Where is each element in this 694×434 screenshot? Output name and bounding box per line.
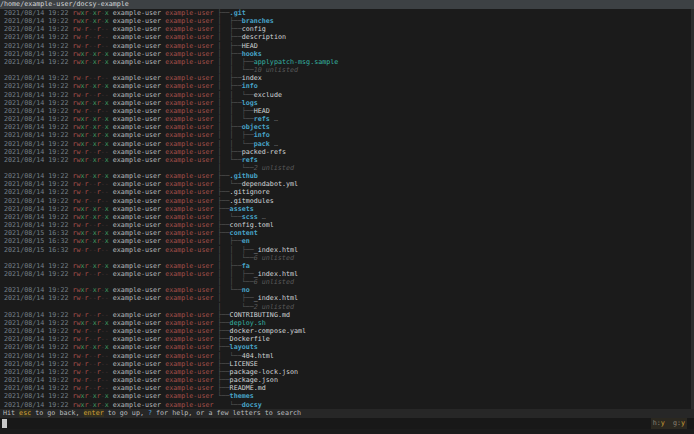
group: example-user — [165, 311, 213, 319]
owner: example-user — [113, 343, 161, 351]
tree-row[interactable]: 2021/08/14 19:22 rw-r--r-- example-user … — [0, 197, 694, 205]
entry-name: deploy.sh — [230, 319, 266, 327]
tree-branch: │ │ └── — [218, 115, 254, 123]
owner: example-user — [113, 17, 161, 25]
tree-row[interactable]: 2021/08/14 19:22 rwxr-xr-x example-user … — [0, 401, 694, 409]
owner: example-user — [113, 401, 161, 409]
tree-row[interactable]: 2021/08/14 19:22 rwxr-xr-x example-user … — [0, 262, 694, 270]
truncation-ellipsis: … — [270, 115, 278, 123]
input-cursor — [2, 419, 7, 428]
tree-branch: ├── — [218, 384, 230, 392]
tree-branch: ├── — [218, 9, 230, 17]
tree-row[interactable]: 2021/08/14 19:22 rw-r--r-- example-user … — [0, 360, 694, 368]
modified-date: 2021/08/14 19:22 — [0, 9, 72, 17]
owner: example-user — [113, 131, 161, 139]
tree-branch: │ │ └── — [218, 91, 254, 99]
tree-branch: ├── — [218, 229, 230, 237]
group: example-user — [165, 360, 213, 368]
tree-row[interactable]: 2021/08/14 19:22 rwxr-xr-x example-user … — [0, 156, 694, 164]
tree-row[interactable]: 2021/08/14 19:22 rw-r--r-- example-user … — [0, 180, 694, 188]
tree-row[interactable]: 2021/08/14 19:22 rwxr-xr-x example-user … — [0, 58, 694, 66]
tree-row[interactable]: 2021/08/14 19:22 rwxr-xr-x example-user … — [0, 17, 694, 25]
tree-row[interactable]: 2021/08/14 19:22 rw-r--r-- example-user … — [0, 42, 694, 50]
owner: example-user — [113, 58, 161, 66]
tree-row[interactable]: 2021/08/14 19:22 rwxr-xr-x example-user … — [0, 392, 694, 400]
tree-row[interactable]: │ │ └──6 unlisted — [0, 278, 694, 286]
tree-row[interactable]: 2021/08/14 19:22 rw-r--r-- example-user … — [0, 327, 694, 335]
tree-branch: └── — [218, 401, 242, 409]
tree-row[interactable]: 2021/08/14 19:22 rwxr-xr-x example-user … — [0, 9, 694, 17]
tree-row[interactable]: 2021/08/14 19:22 rwxr-xr-x example-user … — [0, 123, 694, 131]
tree-row[interactable]: 2021/08/14 19:22 rw-r--r-- example-user … — [0, 368, 694, 376]
search-input[interactable]: h:y g:y — [0, 418, 694, 429]
root-path-bar[interactable]: /home/example-user/docsy-example — [0, 0, 694, 9]
tree-row[interactable]: 2021/08/14 19:22 rw-r--r-- example-user … — [0, 25, 694, 33]
tree-row[interactable]: 2021/08/14 19:22 rwxr-xr-x example-user … — [0, 286, 694, 294]
tree-row[interactable]: 2021/08/14 19:22 rw-r--r-- example-user … — [0, 270, 694, 278]
modified-date: 2021/08/14 19:22 — [0, 270, 72, 278]
tree-row[interactable]: 2021/08/14 19:22 rw-r--r-- example-user … — [0, 294, 694, 302]
tree-row[interactable]: 2021/08/15 16:32 rwxr-xr-x example-user … — [0, 229, 694, 237]
status-bar: Hit esc to go back, enter to go up, ? fo… — [0, 409, 694, 418]
owner: example-user — [113, 335, 161, 343]
entry-name: .github — [230, 172, 258, 180]
tree-row[interactable]: 2021/08/15 16:32 rwxr-xr-x example-user … — [0, 237, 694, 245]
modified-date: 2021/08/14 19:22 — [0, 392, 72, 400]
tree-row[interactable]: 2021/08/14 19:22 rw-r--r-- example-user … — [0, 221, 694, 229]
tree-branch: │ │ └── — [217, 278, 253, 286]
tree-row[interactable]: 2021/08/14 19:22 rw-r--r-- example-user … — [0, 335, 694, 343]
tree-row[interactable]: 2021/08/14 19:22 rw-r--r-- example-user … — [0, 33, 694, 41]
modified-date: 2021/08/14 19:22 — [0, 286, 72, 294]
owner: example-user — [113, 286, 161, 294]
tree-row[interactable]: │ └──2 unlisted — [0, 303, 694, 311]
modified-date: 2021/08/14 19:22 — [0, 140, 72, 148]
modified-date: 2021/08/14 19:22 — [0, 123, 72, 131]
modified-date: 2021/08/14 19:22 — [0, 99, 72, 107]
spacer — [0, 66, 217, 74]
tree-row[interactable]: 2021/08/14 19:22 rw-r--r-- example-user … — [0, 384, 694, 392]
tree-row[interactable]: 2021/08/14 19:22 rwxr-xr-x example-user … — [0, 99, 694, 107]
tree-row[interactable]: 2021/08/14 19:22 rwxr-xr-x example-user … — [0, 319, 694, 327]
tree-branch: ├── — [218, 335, 230, 343]
tree-row[interactable]: 2021/08/14 19:22 rwxr-xr-x example-user … — [0, 213, 694, 221]
spacer — [665, 419, 673, 427]
tree-row[interactable]: 2021/08/14 19:22 rwxr-xr-x example-user … — [0, 82, 694, 90]
tree-row[interactable]: 2021/08/14 19:22 rwxr-xr-x example-user … — [0, 50, 694, 58]
tree-row[interactable]: 2021/08/14 19:22 rw-r--r-- example-user … — [0, 376, 694, 384]
modified-date: 2021/08/14 19:22 — [0, 33, 72, 41]
flag-label: g: — [673, 419, 681, 427]
tree-row[interactable]: 2021/08/14 19:22 rw-r--r-- example-user … — [0, 74, 694, 82]
tree-row[interactable]: 2021/08/15 16:32 rw-r--r-- example-user … — [0, 246, 694, 254]
tree-row[interactable]: 2021/08/14 19:22 rwxr-xr-x example-user … — [0, 205, 694, 213]
tree-row[interactable]: 2021/08/14 19:22 rwxr-xr-x example-user … — [0, 115, 694, 123]
modified-date: 2021/08/14 19:22 — [0, 42, 72, 50]
tree-branch: │ ├── — [218, 50, 242, 58]
tree-row[interactable]: 2021/08/14 19:22 rwxr-xr-x example-user … — [0, 343, 694, 351]
tree-branch: │ └── — [218, 156, 242, 164]
tree-row[interactable]: 2021/08/14 19:22 rw-r--r-- example-user … — [0, 311, 694, 319]
tree-row[interactable]: 2021/08/14 19:22 rwxr-xr-x example-user … — [0, 140, 694, 148]
flag-value: y — [681, 419, 685, 427]
entry-name: objects — [242, 123, 270, 131]
tree-row[interactable]: │ │ └──10 unlisted — [0, 66, 694, 74]
owner: example-user — [113, 262, 161, 270]
tree-branch: │ ├── — [218, 262, 242, 270]
entry-name: pack — [254, 140, 270, 148]
tree-row[interactable]: 2021/08/14 19:22 rw-r--r-- example-user … — [0, 352, 694, 360]
owner: example-user — [113, 115, 161, 123]
tree-row[interactable]: 2021/08/14 19:22 rw-r--r-- example-user … — [0, 107, 694, 115]
tree-row[interactable]: 2021/08/14 19:22 rw-r--r-- example-user … — [0, 91, 694, 99]
status-key: esc — [19, 409, 31, 417]
tree-row[interactable]: │ │ └──6 unlisted — [0, 254, 694, 262]
owner: example-user — [113, 74, 161, 82]
tree-row[interactable]: │ └──2 unlisted — [0, 164, 694, 172]
tree-row[interactable]: 2021/08/14 19:22 rwxr-xr-x example-user … — [0, 131, 694, 139]
modified-date: 2021/08/15 16:32 — [0, 237, 72, 245]
tree-row[interactable]: 2021/08/14 19:22 rw-r--r-- example-user … — [0, 148, 694, 156]
tree-branch: ├── — [218, 327, 230, 335]
owner: example-user — [113, 33, 161, 41]
tree-row[interactable]: 2021/08/14 19:22 rw-r--r-- example-user … — [0, 188, 694, 196]
tree-branch: │ ├── — [218, 99, 242, 107]
group: example-user — [165, 156, 213, 164]
tree-row[interactable]: 2021/08/14 19:22 rwxr-xr-x example-user … — [0, 172, 694, 180]
